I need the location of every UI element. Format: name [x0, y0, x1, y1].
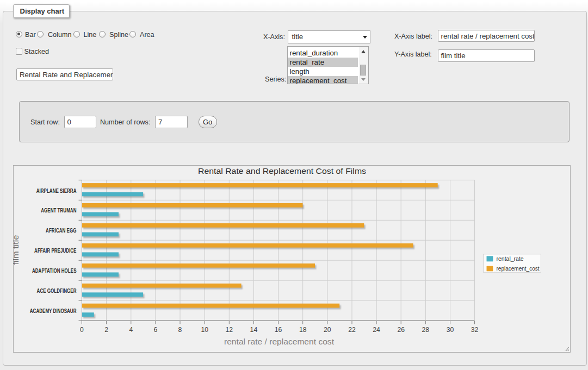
svg-text:0: 0 [80, 326, 84, 334]
svg-text:14: 14 [250, 326, 258, 334]
svg-text:16: 16 [275, 326, 282, 334]
svg-text:24: 24 [373, 326, 380, 334]
svg-text:10: 10 [201, 326, 208, 334]
svg-text:30: 30 [447, 326, 454, 334]
svg-text:ADAPTATION HOLES: ADAPTATION HOLES [32, 268, 77, 274]
svg-text:rental_rate: rental_rate [497, 255, 524, 262]
svg-text:AFFAIR PREJUDICE: AFFAIR PREJUDICE [34, 248, 77, 254]
svg-text:8: 8 [178, 326, 182, 334]
svg-text:AFRICAN EGG: AFRICAN EGG [46, 228, 77, 234]
svg-text:22: 22 [348, 326, 356, 334]
svg-text:rental rate / replacement cost: rental rate / replacement cost [224, 337, 335, 346]
svg-text:26: 26 [397, 326, 405, 334]
svg-text:20: 20 [324, 326, 331, 334]
svg-text:Rental Rate and Replacement Co: Rental Rate and Replacement Cost of Film… [198, 166, 366, 175]
svg-text:6: 6 [154, 326, 158, 334]
svg-text:32: 32 [471, 326, 479, 334]
svg-text:2: 2 [104, 326, 108, 334]
svg-text:AIRPLANE SIERRA: AIRPLANE SIERRA [36, 188, 77, 194]
svg-text:ACE GOLDFINGER: ACE GOLDFINGER [37, 288, 77, 294]
svg-text:4: 4 [129, 326, 133, 334]
svg-text:28: 28 [422, 326, 430, 334]
svg-text:replacement_cost: replacement_cost [497, 265, 540, 272]
svg-text:18: 18 [299, 326, 307, 334]
svg-text:film title: film title [13, 235, 20, 265]
svg-text:12: 12 [226, 326, 233, 334]
svg-text:ACADEMY DINOSAUR: ACADEMY DINOSAUR [30, 308, 77, 314]
svg-text:AGENT TRUMAN: AGENT TRUMAN [41, 208, 76, 214]
